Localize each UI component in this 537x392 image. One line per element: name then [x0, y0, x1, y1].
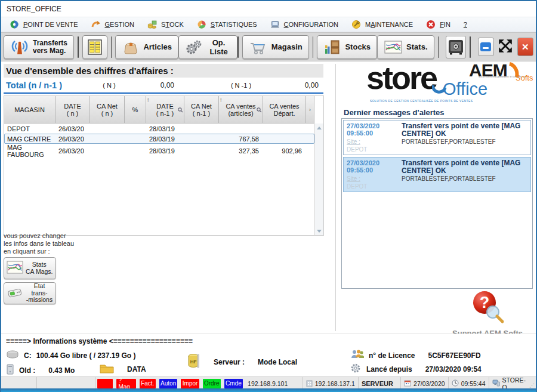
store-tagline: SOLUTION DE GESTION CENTRALISÉE DE POINT… [370, 99, 473, 103]
status-badge-ordre[interactable]: Ordre [203, 379, 221, 388]
menu-point-de-vente[interactable]: POINT DE VENTE [5, 18, 85, 31]
etat-transmissions-button[interactable]: Etat trans--missions [4, 282, 56, 304]
close-button[interactable]: ✕ [517, 38, 533, 56]
stock-icon [147, 20, 157, 29]
app-window: STORE_OFFICE POINT DE VENTE GESTION STOC… [0, 0, 537, 392]
n1-value: 0,00 [265, 81, 323, 89]
ca-table: MAGASIN DATE( n ) CA Net( n ) % ↕ DATE( … [4, 95, 324, 236]
scroll-up-icon[interactable] [315, 124, 323, 132]
statistiques-icon [197, 20, 206, 29]
aem-logo: AEM SOLUTIONS D'ENCAISSEMENT ET DE GESTI… [469, 60, 536, 81]
list-grid-icon [87, 38, 103, 56]
cart-icon [249, 39, 268, 55]
status-badge-auton[interactable]: Auton [159, 379, 178, 388]
resize-grip[interactable]: ⋰ [529, 377, 536, 390]
table-row-mag-faubourg[interactable]: MAG FAUBOURG 26/03/20 28/03/19 327,35 90… [4, 144, 314, 154]
toolbar: Transfertsvers Mag. Articles Op. Liste [1, 32, 536, 61]
menu-gestion[interactable]: GESTION [87, 18, 142, 31]
col-ca-net-n1[interactable]: CA Net( n-1 ) [184, 96, 219, 124]
status-badge-alert[interactable] [97, 379, 113, 388]
stats-ca-mags-button[interactable]: StatsCA Mags. [4, 257, 56, 279]
table-header: MAGASIN DATE( n ) CA Net( n ) % ↕ DATE( … [4, 96, 323, 124]
point-de-vente-icon [10, 20, 19, 29]
statusbar: ? Mag Fact. Auton Impor Ordre Cmde 192.1… [1, 376, 536, 390]
stats-button[interactable]: Stats. [377, 35, 434, 59]
table-row-depot[interactable]: DEPOT 26/03/20 28/03/19 [4, 124, 314, 134]
menu-fin[interactable]: FIN [421, 18, 458, 31]
configuration-icon [270, 20, 280, 29]
svg-text:HF: HF [190, 359, 197, 365]
statusbar-server: SERVEUR [359, 377, 401, 390]
menu-maintenance[interactable]: MAINTENANCE [347, 18, 420, 31]
sort-icon[interactable]: ↕ [147, 96, 150, 103]
fin-icon [426, 20, 436, 29]
system-info-heading: =====> Informations système <===========… [6, 337, 193, 345]
status-badge-fact[interactable]: Fact. [140, 379, 156, 388]
stocks-button[interactable]: Stocks [317, 35, 377, 59]
status-badge-mag[interactable]: ? Mag [116, 379, 135, 388]
table-body: DEPOT 26/03/20 28/03/19 MAG CENTRE 26/03… [4, 124, 314, 235]
alerts-list: 27/03/202009:55:00 Site : DEPOT Transfer… [341, 118, 533, 289]
sort-icon[interactable]: ↕ [220, 96, 223, 103]
gestion-icon [91, 20, 101, 29]
articles-button[interactable]: Articles [115, 35, 178, 59]
scroll-down-icon[interactable] [315, 227, 323, 235]
minimize-button[interactable] [478, 38, 494, 56]
licence-info: n° de Licence 5C5F67EE90FD [350, 349, 481, 362]
menu-configuration[interactable]: CONFIGURATION [266, 18, 345, 31]
logo-zone: store Office SOLUTION DE GESTION CENTRAL… [337, 61, 535, 108]
col-pct[interactable]: % [125, 96, 146, 124]
toolbar-separator [78, 36, 79, 58]
data-folder: DATA [100, 363, 146, 375]
office-swoosh-icon [432, 83, 448, 98]
table-scrollbar[interactable] [314, 124, 323, 235]
menu-help[interactable]: ? [459, 19, 474, 30]
search-icon[interactable] [178, 107, 183, 114]
status-badge-cmde[interactable]: Cmde [224, 379, 243, 388]
maximize-button[interactable] [498, 38, 514, 56]
col-ca-net-n[interactable]: CA Net( n ) [90, 96, 125, 124]
calendar-icon [404, 379, 411, 388]
alert-item-selected[interactable]: 27/03/202009:55:00 Site : DEPOT Transfer… [343, 157, 531, 192]
liste-button[interactable] [82, 35, 107, 59]
window-bottom-border [1, 388, 536, 392]
computer-icon [492, 379, 500, 388]
chart-picture-icon [7, 261, 23, 276]
col-date-n1[interactable]: ↕ DATE( n-1 ) [146, 96, 184, 124]
statusbar-ip1: 192.168.9.101 [245, 377, 298, 390]
status-badge-impor[interactable]: Impor [181, 379, 199, 388]
toolbar-separator [438, 36, 439, 58]
toolbar-separator [313, 36, 314, 58]
col-ca-ventes-depart[interactable]: CA ventesDépart. [263, 96, 306, 124]
table-row-mag-centre[interactable]: MAG CENTRE 26/03/20 28/03/19 767,58 [4, 134, 314, 144]
col-ca-ventes-articles[interactable]: ↕ CA ventes(articles) [219, 96, 263, 124]
menubar: POINT DE VENTE GESTION STOCK STATISTIQUE… [1, 17, 536, 32]
column-options[interactable]: › [306, 96, 314, 124]
toolbar-separator [237, 36, 239, 58]
hf-database-icon: HF [187, 353, 200, 371]
search-icon[interactable] [257, 107, 262, 114]
support-block: ? Support AEM Softs [443, 288, 532, 338]
total-row: Total (n / n-1 ) ( N ) 0,00 ( N -1 ) 0,0… [4, 79, 323, 91]
bag-icon [122, 39, 140, 55]
menu-stock[interactable]: STOCK [143, 18, 191, 31]
col-magasin[interactable]: MAGASIN [4, 96, 55, 124]
safe-button[interactable] [446, 36, 466, 58]
drive-tower-icon [6, 364, 14, 376]
transmitter-icon [7, 286, 23, 301]
n-label: ( N ) [92, 82, 126, 89]
transferts-vers-mag-button[interactable]: Transfertsvers Mag. [4, 35, 74, 59]
alert-item[interactable]: 27/03/202009:55:00 Site : DEPOT Transfer… [343, 120, 531, 155]
magasin-button[interactable]: Magasin [242, 35, 309, 59]
clock-icon [452, 379, 459, 388]
statusbar-host: STORE-O [489, 377, 529, 390]
col-date-n[interactable]: DATE( n ) [55, 96, 90, 124]
system-info: =====> Informations système <===========… [1, 334, 536, 376]
office-logo: Office [443, 79, 487, 99]
toolbar-separator [111, 36, 112, 58]
op-liste-button[interactable]: Op. Liste [178, 35, 237, 59]
launched-info: Lancé depuis 27/03/2020 09:54 [350, 363, 482, 375]
gear-icon [350, 363, 362, 375]
menu-statistiques[interactable]: STATISTIQUES [192, 18, 264, 31]
support-help-icon[interactable]: ? [468, 317, 507, 327]
